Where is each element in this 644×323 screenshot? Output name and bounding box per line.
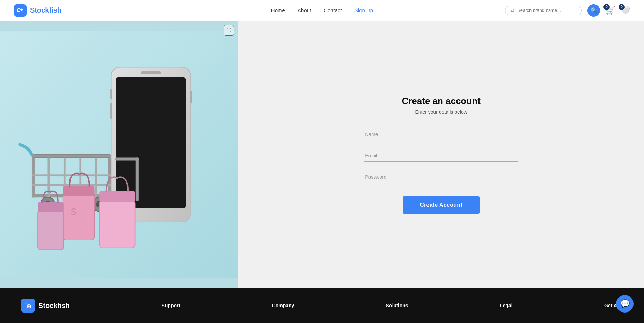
svg-rect-3 bbox=[141, 71, 161, 74]
svg-text:S: S bbox=[71, 207, 76, 216]
hero-image-panel: ⛶ bbox=[0, 21, 238, 288]
footer-col-company: Company bbox=[272, 303, 294, 308]
signup-form-panel: Create an account Enter your details bel… bbox=[238, 21, 644, 288]
svg-rect-18 bbox=[136, 158, 139, 201]
logo-icon: 🛍 bbox=[14, 4, 27, 17]
main-nav: Home About Contact Sign Up bbox=[271, 7, 373, 13]
footer-col-legal: Legal bbox=[500, 303, 513, 308]
email-field-group bbox=[364, 150, 518, 162]
svg-rect-28 bbox=[38, 210, 64, 250]
search-button[interactable]: 🔍 bbox=[587, 4, 600, 17]
header: 🛍 Stockfish Home About Contact Sign Up ⇄… bbox=[0, 0, 644, 21]
logo[interactable]: 🛍 Stockfish bbox=[14, 4, 61, 17]
search-prefix-icon: ⇄ bbox=[510, 8, 514, 13]
svg-rect-23 bbox=[63, 194, 95, 240]
badge-cart: 0 bbox=[603, 4, 610, 10]
create-account-button[interactable]: Create Account bbox=[403, 196, 480, 214]
svg-rect-14 bbox=[95, 158, 97, 198]
footer-col-support-label: Support bbox=[161, 303, 180, 308]
password-field-group bbox=[364, 171, 518, 183]
header-right: ⇄ 🔍 0 🛒 0 🤍 bbox=[505, 4, 630, 17]
nav-home[interactable]: Home bbox=[271, 7, 285, 13]
nav-signup[interactable]: Sign Up bbox=[354, 7, 373, 13]
expand-button[interactable]: ⛶ bbox=[224, 25, 234, 36]
search-bar: ⇄ bbox=[505, 6, 582, 15]
email-input[interactable] bbox=[364, 150, 518, 162]
name-input[interactable] bbox=[364, 129, 518, 140]
footer-logo: 🛍 Stockfish bbox=[21, 299, 70, 313]
svg-rect-24 bbox=[63, 186, 95, 196]
footer-col-solutions-label: Solutions bbox=[386, 303, 408, 308]
footer-logo-icon: 🛍 bbox=[21, 299, 35, 313]
footer-col-legal-label: Legal bbox=[500, 303, 513, 308]
search-input[interactable] bbox=[517, 8, 577, 13]
logo-text: Stockfish bbox=[30, 6, 61, 14]
footer-col-solutions: Solutions bbox=[386, 303, 408, 308]
nav-about[interactable]: About bbox=[298, 7, 311, 13]
password-input[interactable] bbox=[364, 171, 518, 183]
shopping-illustration: S bbox=[0, 21, 238, 288]
nav-contact[interactable]: Contact bbox=[324, 7, 342, 13]
wishlist-button[interactable]: 0 🤍 bbox=[621, 6, 630, 15]
footer-col-company-label: Company bbox=[272, 303, 294, 308]
chat-button[interactable]: 💬 bbox=[616, 295, 634, 313]
svg-rect-29 bbox=[38, 202, 64, 212]
svg-rect-7 bbox=[32, 155, 111, 158]
svg-rect-27 bbox=[99, 191, 135, 202]
svg-rect-6 bbox=[110, 103, 112, 119]
form-title: Create an account bbox=[402, 96, 480, 107]
svg-rect-26 bbox=[99, 200, 135, 248]
cart-button[interactable]: 0 🛒 bbox=[606, 6, 615, 15]
badge-wishlist: 0 bbox=[619, 4, 625, 10]
name-field-group bbox=[364, 129, 518, 140]
form-container: Create an account Enter your details bel… bbox=[364, 96, 518, 214]
main-content: ⛶ bbox=[0, 21, 644, 288]
svg-rect-16 bbox=[32, 184, 111, 186]
footer-col-support: Support bbox=[161, 303, 180, 308]
footer-logo-text: Stockfish bbox=[38, 302, 70, 310]
svg-rect-4 bbox=[190, 91, 192, 103]
search-icon: 🔍 bbox=[590, 7, 597, 14]
footer: 🛍 Stockfish Support Company Solutions Le… bbox=[0, 288, 644, 323]
svg-rect-2 bbox=[116, 77, 186, 208]
svg-rect-5 bbox=[110, 89, 112, 99]
chat-icon: 💬 bbox=[620, 299, 630, 308]
form-subtitle: Enter your details below bbox=[415, 109, 467, 115]
svg-rect-8 bbox=[32, 158, 35, 198]
expand-icon: ⛶ bbox=[226, 28, 231, 33]
